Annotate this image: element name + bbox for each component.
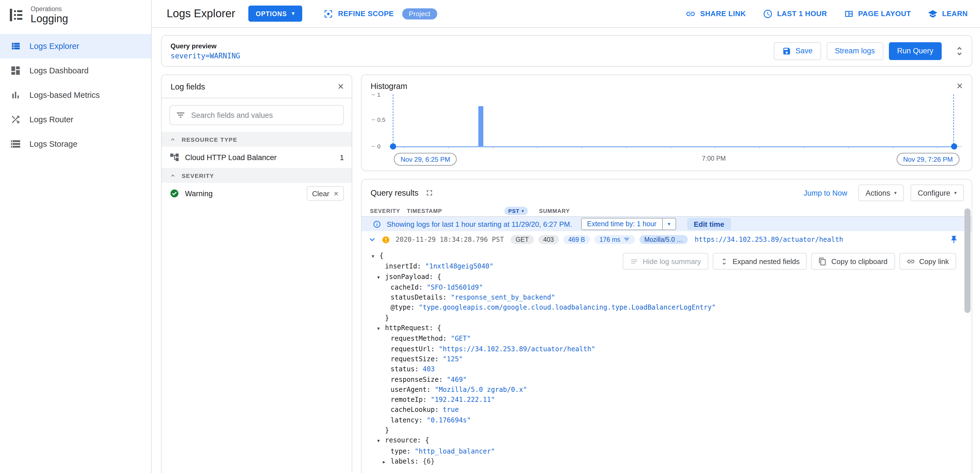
storage-icon xyxy=(10,139,21,150)
json-key: statusDetails: xyxy=(391,293,451,301)
sidebar-item-logs-based-metrics[interactable]: Logs-based Metrics xyxy=(0,83,151,107)
collapse-query-panel-button[interactable] xyxy=(954,42,965,60)
query-results-header: Query results Jump to Now Actions ▾ Conf… xyxy=(362,180,972,205)
json-line: userAgent: "Mozilla/5.0 zgrab/0.x" xyxy=(372,385,972,395)
results-scrollbar[interactable] xyxy=(964,209,970,313)
severity-section-header[interactable]: SEVERITY xyxy=(162,168,352,183)
histogram-header: Histogram × xyxy=(371,81,963,91)
jump-to-now-button[interactable]: Jump to Now xyxy=(803,189,848,197)
top-actions: SHARE LINK LAST 1 HOUR PAGE LAYOUT LEARN xyxy=(686,9,968,19)
resource-type-section-header[interactable]: RESOURCE TYPE xyxy=(162,132,352,147)
close-icon: × xyxy=(334,190,338,197)
stream-logs-button[interactable]: Stream logs xyxy=(826,42,883,60)
range-end-handle[interactable] xyxy=(951,143,957,150)
expand-nested-fields-button[interactable]: Expand nested fields xyxy=(713,253,807,269)
expand-node-icon[interactable]: ▸ xyxy=(383,457,391,467)
sidebar-item-logs-dashboard[interactable]: Logs Dashboard xyxy=(0,58,151,83)
fields-search-input[interactable] xyxy=(191,111,338,119)
close-histogram-button[interactable]: × xyxy=(957,81,963,91)
json-value: 403 xyxy=(423,365,435,373)
link-icon xyxy=(907,257,915,265)
entry-url: https://34.102.253.89/actuator/health xyxy=(695,236,843,244)
page-layout-button[interactable]: PAGE LAYOUT xyxy=(843,9,911,19)
fullscreen-icon[interactable] xyxy=(425,188,434,197)
json-value: "response_sent_by_backend" xyxy=(451,293,555,301)
save-label: Save xyxy=(795,47,813,55)
close-log-fields-button[interactable]: × xyxy=(338,81,344,92)
collapse-node-icon[interactable]: ▾ xyxy=(377,323,385,334)
col-severity: SEVERITY xyxy=(370,208,400,214)
pin-icon[interactable] xyxy=(950,235,958,244)
start-time-chip[interactable]: Nov 29, 6:25 PM xyxy=(394,153,457,166)
learn-button[interactable]: LEARN xyxy=(928,9,968,19)
sidebar-item-logs-router[interactable]: Logs Router xyxy=(0,107,151,132)
response-size-badge[interactable]: 469 B xyxy=(563,235,590,244)
sidebar-item-label: Logs Dashboard xyxy=(29,66,89,75)
time-range-button[interactable]: LAST 1 HOUR xyxy=(762,9,827,19)
run-query-button[interactable]: Run Query xyxy=(889,42,942,60)
histogram-bar xyxy=(478,106,483,147)
load-balancer-icon xyxy=(169,152,180,162)
save-button[interactable]: Save xyxy=(774,42,821,60)
extend-time-select[interactable]: Extend time by: 1 hour ▾ xyxy=(581,218,676,230)
options-button[interactable]: OPTIONS ▾ xyxy=(248,6,302,22)
save-icon xyxy=(782,46,791,55)
method-badge[interactable]: GET xyxy=(511,235,534,244)
json-value: "GET" xyxy=(451,335,471,342)
filter-icon xyxy=(175,110,186,120)
json-line: @type: "type.googleapis.com/google.cloud… xyxy=(372,303,972,313)
log-fields-header: Log fields × xyxy=(162,75,352,99)
timezone-chip[interactable]: PST ▾ xyxy=(504,207,528,215)
log-json-view: ▾{insertId: "1nxtl48geig5040"▾jsonPayloa… xyxy=(362,248,972,473)
scope-badge[interactable]: Project xyxy=(402,8,437,19)
content-columns: Log fields × RESOURCE TYPE Cloud HTTP Lo… xyxy=(161,75,972,473)
y-axis: 1 0.5 0 xyxy=(372,93,391,147)
expand-nested-fields-label: Expand nested fields xyxy=(732,257,799,265)
logging-logo-icon xyxy=(8,7,24,23)
resource-label: Cloud HTTP Load Balancer xyxy=(185,153,277,161)
json-value: } xyxy=(385,314,389,322)
json-line: ▾httpRequest: { xyxy=(372,323,972,334)
clear-severity-filter-button[interactable]: Clear × xyxy=(306,186,344,201)
edit-time-button[interactable]: Edit time xyxy=(687,218,731,230)
query-text[interactable]: severity=WARNING xyxy=(170,51,240,60)
link-icon xyxy=(686,9,695,19)
collapse-node-icon[interactable]: ▾ xyxy=(377,436,385,446)
json-value: "0.176694s" xyxy=(427,416,471,424)
range-start-handle[interactable] xyxy=(390,143,396,150)
resource-row-cloud-http-load-balancer[interactable]: Cloud HTTP Load Balancer 1 xyxy=(162,147,352,168)
caret-down-icon: ▾ xyxy=(522,209,524,213)
configure-button[interactable]: Configure ▾ xyxy=(910,185,964,201)
range-start-line xyxy=(393,94,393,147)
status-badge[interactable]: 403 xyxy=(538,235,558,244)
copy-link-button[interactable]: Copy link xyxy=(899,253,956,269)
json-value: "type.googleapis.com/google.cloud.loadba… xyxy=(418,304,716,312)
collapse-node-icon[interactable]: ▾ xyxy=(377,272,385,282)
refine-scope-button[interactable]: REFINE SCOPE Project xyxy=(323,8,437,19)
logs-explorer-app: Operations Logging Logs Explorer Logs Da… xyxy=(0,0,980,473)
json-value: } xyxy=(385,426,389,434)
json-value: { xyxy=(379,252,383,260)
json-line: } xyxy=(372,425,972,435)
json-value: "1nxtl48geig5040" xyxy=(425,263,493,271)
json-key: cacheId: xyxy=(391,283,427,291)
user-agent-badge[interactable]: Mozilla/5.0 … xyxy=(639,235,688,244)
y-tick: 0.5 xyxy=(372,116,385,123)
collapse-entry-icon[interactable] xyxy=(367,234,377,245)
actions-button[interactable]: Actions ▾ xyxy=(858,185,904,201)
share-link-button[interactable]: SHARE LINK xyxy=(686,9,746,19)
layout-icon xyxy=(843,9,854,19)
hide-log-summary-label: Hide log summary xyxy=(643,257,701,265)
end-time-chip[interactable]: Nov 29, 7:26 PM xyxy=(896,153,959,166)
sidebar-item-logs-explorer[interactable]: Logs Explorer xyxy=(0,34,151,58)
latency-badge[interactable]: 176 ms xyxy=(595,235,635,244)
severity-row-warning[interactable]: Warning Clear × xyxy=(162,183,352,204)
json-key: userAgent: xyxy=(391,386,435,393)
sidebar-item-logs-storage[interactable]: Logs Storage xyxy=(0,132,151,156)
clear-label: Clear xyxy=(312,189,329,197)
copy-to-clipboard-button[interactable]: Copy to clipboard xyxy=(811,253,895,269)
configure-label: Configure xyxy=(918,189,950,197)
col-timestamp: TIMESTAMP xyxy=(407,208,442,214)
log-entry-row[interactable]: 2020-11-29 18:34:28.796 PST GET 403 469 … xyxy=(362,231,972,248)
collapse-node-icon[interactable]: ▾ xyxy=(372,251,379,261)
